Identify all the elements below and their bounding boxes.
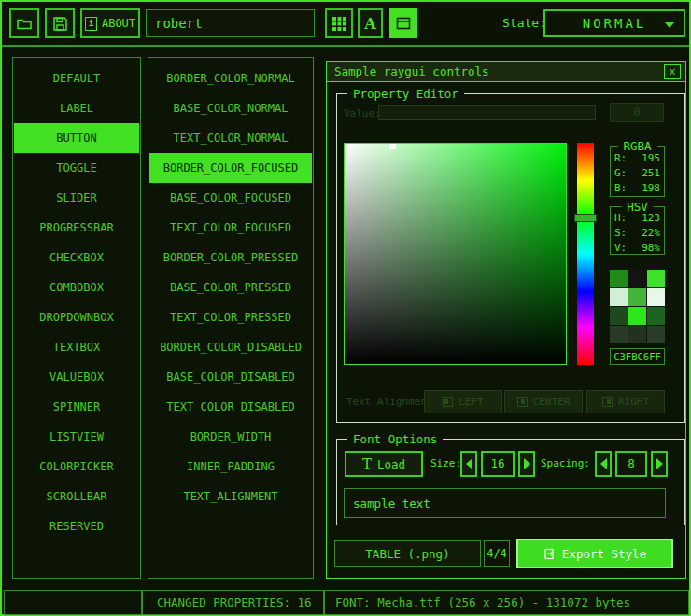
control-item-slider[interactable]: SLIDER — [13, 183, 140, 213]
open-style-button[interactable] — [9, 8, 39, 38]
s-label: S: — [614, 226, 627, 241]
spacing-decrease-button[interactable] — [595, 451, 612, 477]
style-color-swatch[interactable] — [628, 270, 646, 287]
control-item-label[interactable]: LABEL — [13, 93, 140, 123]
size-increase-button[interactable] — [518, 451, 535, 477]
align-left-button: LEFT — [424, 390, 502, 413]
rgba-group: RGBA R: 195 G: 251 B: 198 — [610, 146, 665, 197]
control-item-button[interactable]: BUTTON — [14, 123, 139, 153]
hue-slider-handle[interactable] — [574, 214, 597, 222]
property-item-text_color_pressed[interactable]: TEXT_COLOR_PRESSED — [148, 302, 313, 332]
style-color-swatch[interactable] — [647, 270, 665, 287]
size-value-box[interactable]: 16 — [481, 451, 515, 477]
property-item-inner_padding[interactable]: INNER_PADDING — [148, 452, 313, 482]
style-name-input[interactable] — [146, 9, 315, 37]
control-item-listview[interactable]: LISTVIEW — [13, 422, 140, 452]
style-table-view-button[interactable] — [325, 8, 353, 38]
arrow-right-icon — [656, 458, 663, 469]
spacing-value-box[interactable]: 8 — [615, 451, 647, 477]
control-item-toggle[interactable]: TOGGLE — [13, 153, 140, 183]
window-titlebar[interactable]: Sample raygui controls — [327, 62, 685, 82]
r-label: R: — [614, 151, 627, 166]
control-item-textbox[interactable]: TEXTBOX — [13, 332, 140, 362]
property-item-border_color_disabled[interactable]: BORDER_COLOR_DISABLED — [148, 332, 313, 362]
state-value: NORMAL — [583, 16, 647, 31]
sample-window-toggle-button[interactable] — [389, 8, 417, 38]
b-label: B: — [614, 181, 627, 196]
control-item-combobox[interactable]: COMBOBOX — [13, 273, 140, 302]
status-font-info: FONT: Mecha.ttf (256 x 256) - 131072 byt… — [324, 590, 689, 615]
control-item-reserved[interactable]: RESERVED — [13, 511, 140, 541]
style-color-swatch[interactable] — [628, 288, 646, 306]
control-item-colorpicker[interactable]: COLORPICKER — [13, 452, 140, 482]
load-font-button[interactable]: T Load — [345, 451, 423, 477]
size-decrease-button[interactable] — [460, 451, 477, 477]
picker-cursor[interactable] — [389, 144, 396, 149]
text-alignment-label: Text Alignment: — [346, 396, 424, 408]
control-item-checkbox[interactable]: CHECKBOX — [13, 243, 140, 273]
close-window-button[interactable]: x — [664, 64, 681, 79]
control-item-default[interactable]: DEFAULT — [13, 63, 140, 93]
value-slider — [378, 105, 596, 120]
style-color-swatch[interactable] — [647, 326, 665, 343]
style-color-swatch[interactable] — [647, 288, 665, 306]
style-color-swatch[interactable] — [628, 326, 646, 343]
save-style-button[interactable] — [45, 8, 75, 38]
align-center-button: CENTER — [504, 390, 583, 413]
align-right-label: RIGHT — [618, 396, 649, 408]
property-item-base_color_normal[interactable]: BASE_COLOR_NORMAL — [148, 93, 313, 123]
property-item-base_color_pressed[interactable]: BASE_COLOR_PRESSED — [148, 273, 313, 302]
sample-text-input[interactable]: sample text — [344, 488, 666, 518]
info-icon: i — [85, 17, 97, 31]
export-style-button[interactable]: Export Style — [516, 539, 673, 568]
style-color-swatch[interactable] — [628, 307, 646, 325]
hex-color-box[interactable]: C3FBC6FF — [610, 348, 665, 365]
chevron-down-icon — [665, 22, 674, 28]
close-icon: x — [670, 65, 676, 77]
hsv-label: HSV — [621, 200, 654, 214]
status-changed-properties: CHANGED PROPERTIES: 16 — [142, 590, 324, 615]
control-item-spinner[interactable]: SPINNER — [13, 392, 140, 422]
style-color-swatch[interactable] — [610, 326, 628, 343]
font-atlas-button[interactable]: A — [358, 8, 383, 38]
about-button[interactable]: i ABOUT — [80, 8, 140, 38]
v-label: V: — [614, 241, 627, 256]
s-value: 22% — [642, 226, 660, 241]
property-item-text_color_focused[interactable]: TEXT_COLOR_FOCUSED — [148, 213, 313, 243]
spacing-increase-button[interactable] — [651, 451, 668, 477]
style-color-swatch[interactable] — [610, 307, 628, 325]
property-item-border_color_focused[interactable]: BORDER_COLOR_FOCUSED — [149, 153, 312, 183]
format-counter[interactable]: 4/4 — [484, 540, 510, 567]
export-format-combo[interactable]: TABLE (.png) — [334, 540, 481, 567]
serif-t-icon: T — [362, 457, 372, 471]
control-item-progressbar[interactable]: PROGRESSBAR — [13, 213, 140, 243]
export-icon — [543, 548, 556, 560]
property-item-text_color_normal[interactable]: TEXT_COLOR_NORMAL — [148, 123, 313, 153]
font-a-icon: A — [364, 15, 375, 33]
controls-list: DEFAULTLABELBUTTONTOGGLESLIDERPROGRESSBA… — [12, 57, 141, 579]
control-item-valuebox[interactable]: VALUEBOX — [13, 362, 140, 392]
property-item-border_width[interactable]: BORDER_WIDTH — [148, 422, 313, 452]
control-item-scrollbar[interactable]: SCROLLBAR — [13, 482, 140, 511]
style-color-swatch[interactable] — [610, 288, 628, 306]
property-item-base_color_focused[interactable]: BASE_COLOR_FOCUSED — [148, 183, 313, 213]
style-color-swatch[interactable] — [647, 307, 665, 325]
align-left-icon — [443, 397, 453, 407]
about-label: ABOUT — [102, 17, 135, 30]
property-item-base_color_disabled[interactable]: BASE_COLOR_DISABLED — [148, 362, 313, 392]
control-item-dropdownbox[interactable]: DROPDOWNBOX — [13, 302, 140, 332]
property-editor-label: Property Editor — [347, 87, 464, 101]
hsv-row-s: S: 22% — [611, 226, 664, 241]
property-item-border_color_pressed[interactable]: BORDER_COLOR_PRESSED — [148, 243, 313, 273]
color-picker-panel[interactable] — [344, 143, 567, 365]
property-item-text_alignment[interactable]: TEXT_ALIGNMENT — [148, 482, 313, 511]
property-item-border_color_normal[interactable]: BORDER_COLOR_NORMAL — [148, 63, 313, 93]
hue-slider[interactable] — [577, 143, 594, 365]
align-center-icon — [517, 397, 528, 407]
state-dropdown[interactable]: NORMAL — [543, 9, 685, 37]
value-number-box: 0 — [610, 103, 664, 122]
grid-icon — [332, 17, 346, 31]
style-color-swatch[interactable] — [610, 270, 628, 287]
property-item-text_color_disabled[interactable]: TEXT_COLOR_DISABLED — [148, 392, 313, 422]
rgba-row-r: R: 195 — [611, 151, 664, 166]
